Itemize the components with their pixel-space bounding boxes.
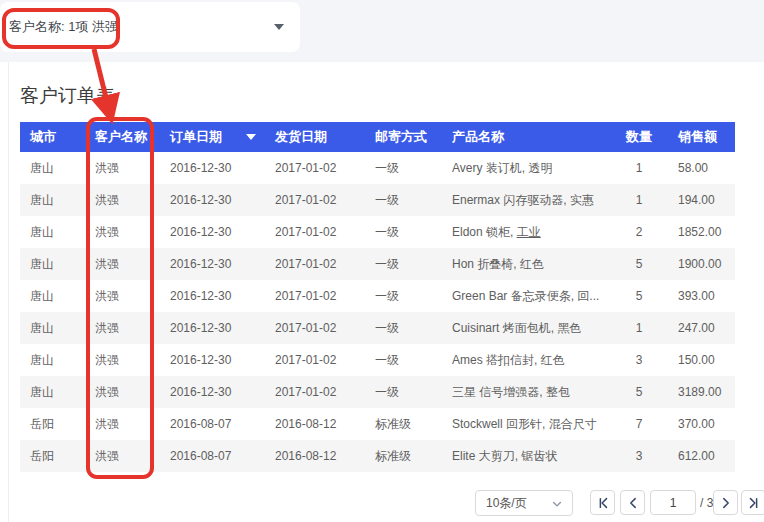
customer-filter-value: 客户名称: 1项 洪强 <box>9 18 118 36</box>
column-header-sales[interactable]: 销售额 <box>668 122 735 152</box>
page-size-select[interactable]: 10条/页 <box>475 490 573 516</box>
cell-order-date: 2016-08-07 <box>160 440 265 472</box>
cell-qty: 5 <box>610 376 668 408</box>
customer-filter-dropdown[interactable]: 客户名称: 1项 洪强 <box>0 2 300 52</box>
column-header-order-date-label: 订单日期 <box>170 122 222 152</box>
cell-sales: 1852.00 <box>668 216 735 248</box>
cell-city: 唐山 <box>20 152 85 184</box>
cell-city: 唐山 <box>20 344 85 376</box>
cell-city: 岳阳 <box>20 408 85 440</box>
cell-qty: 1 <box>610 312 668 344</box>
underlined-text: 工业 <box>517 225 541 239</box>
column-header-customer[interactable]: 客户名称 <box>85 122 160 152</box>
cell-product: Cuisinart 烤面包机, 黑色 <box>442 312 610 344</box>
cell-customer: 洪强 <box>85 280 160 312</box>
cell-customer: 洪强 <box>85 344 160 376</box>
table-row[interactable]: 唐山洪强2016-12-302017-01-02一级Enermax 闪存驱动器,… <box>20 184 735 216</box>
table-row[interactable]: 唐山洪强2016-12-302017-01-02一级Ames 搭扣信封, 红色3… <box>20 344 735 376</box>
cell-ship-date: 2017-01-02 <box>265 280 365 312</box>
chevron-right-icon <box>719 496 733 510</box>
cell-order-date: 2016-08-07 <box>160 408 265 440</box>
cell-ship-mode: 一级 <box>365 344 442 376</box>
cell-city: 唐山 <box>20 312 85 344</box>
cell-order-date: 2016-12-30 <box>160 184 265 216</box>
cell-product: Stockwell 回形针, 混合尺寸 <box>442 408 610 440</box>
cell-product: Ames 搭扣信封, 红色 <box>442 344 610 376</box>
first-page-icon <box>596 496 610 510</box>
cell-customer: 洪强 <box>85 376 160 408</box>
cell-customer: 洪强 <box>85 248 160 280</box>
cell-order-date: 2016-12-30 <box>160 248 265 280</box>
cell-ship-date: 2016-08-12 <box>265 408 365 440</box>
cell-ship-date: 2016-08-12 <box>265 440 365 472</box>
current-page-input[interactable] <box>650 490 696 515</box>
column-header-qty[interactable]: 数量 <box>610 122 668 152</box>
table-row[interactable]: 唐山洪强2016-12-302017-01-02一级Avery 装订机, 透明1… <box>20 152 735 184</box>
cell-sales: 393.00 <box>668 280 735 312</box>
column-header-ship-date[interactable]: 发货日期 <box>265 122 365 152</box>
cell-qty: 5 <box>610 280 668 312</box>
column-header-order-date[interactable]: 订单日期 <box>160 122 265 152</box>
cell-ship-date: 2017-01-02 <box>265 184 365 216</box>
cell-qty: 2 <box>610 216 668 248</box>
cell-product: Hon 折叠椅, 红色 <box>442 248 610 280</box>
table-row[interactable]: 唐山洪强2016-12-302017-01-02一级三星 信号增强器, 整包53… <box>20 376 735 408</box>
cell-order-date: 2016-12-30 <box>160 376 265 408</box>
last-page-button[interactable] <box>741 490 764 515</box>
cell-order-date: 2016-12-30 <box>160 344 265 376</box>
cell-ship-mode: 一级 <box>365 152 442 184</box>
cell-ship-mode: 一级 <box>365 184 442 216</box>
cell-city: 唐山 <box>20 184 85 216</box>
page-title: 客户订单表 <box>20 83 115 109</box>
next-page-button[interactable] <box>713 490 738 515</box>
sort-desc-icon[interactable] <box>246 134 256 140</box>
cell-ship-date: 2017-01-02 <box>265 152 365 184</box>
pagination-bar: 10条/页 / 3 <box>0 490 764 516</box>
chevron-down-icon <box>274 24 284 30</box>
cell-ship-mode: 一级 <box>365 312 442 344</box>
cell-ship-mode: 一级 <box>365 248 442 280</box>
cell-order-date: 2016-12-30 <box>160 312 265 344</box>
table-row[interactable]: 唐山洪强2016-12-302017-01-02一级Green Bar 备忘录便… <box>20 280 735 312</box>
cell-sales: 3189.00 <box>668 376 735 408</box>
table-row[interactable]: 岳阳洪强2016-08-072016-08-12标准级Stockwell 回形针… <box>20 408 735 440</box>
cell-order-date: 2016-12-30 <box>160 216 265 248</box>
cell-city: 唐山 <box>20 280 85 312</box>
cell-city: 唐山 <box>20 376 85 408</box>
cell-ship-mode: 一级 <box>365 216 442 248</box>
orders-table: 城市 客户名称 订单日期 发货日期 邮寄方式 产品名称 数量 销售额 唐山洪强2… <box>20 122 735 472</box>
cell-city: 唐山 <box>20 216 85 248</box>
cell-ship-mode: 一级 <box>365 376 442 408</box>
page-size-value: 10条/页 <box>486 495 527 512</box>
first-page-button[interactable] <box>590 490 615 515</box>
cell-order-date: 2016-12-30 <box>160 280 265 312</box>
cell-product: Avery 装订机, 透明 <box>442 152 610 184</box>
total-pages-label: / 3 <box>700 496 713 510</box>
column-header-ship-mode[interactable]: 邮寄方式 <box>365 122 442 152</box>
cell-ship-date: 2017-01-02 <box>265 376 365 408</box>
cell-customer: 洪强 <box>85 312 160 344</box>
table-row[interactable]: 唐山洪强2016-12-302017-01-02一级Eldon 锁柜, 工业21… <box>20 216 735 248</box>
table-header-row: 城市 客户名称 订单日期 发货日期 邮寄方式 产品名称 数量 销售额 <box>20 122 735 152</box>
table-row[interactable]: 唐山洪强2016-12-302017-01-02一级Cuisinart 烤面包机… <box>20 312 735 344</box>
cell-qty: 5 <box>610 248 668 280</box>
cell-customer: 洪强 <box>85 440 160 472</box>
cell-sales: 194.00 <box>668 184 735 216</box>
cell-sales: 58.00 <box>668 152 735 184</box>
cell-product: 三星 信号增强器, 整包 <box>442 376 610 408</box>
table-row[interactable]: 岳阳洪强2016-08-072016-08-12标准级Elite 大剪刀, 锯齿… <box>20 440 735 472</box>
last-page-icon <box>747 496 761 510</box>
column-header-city[interactable]: 城市 <box>20 122 85 152</box>
cell-product: Enermax 闪存驱动器, 实惠 <box>442 184 610 216</box>
cell-sales: 247.00 <box>668 312 735 344</box>
cell-ship-date: 2017-01-02 <box>265 344 365 376</box>
prev-page-button[interactable] <box>620 490 645 515</box>
cell-ship-date: 2017-01-02 <box>265 216 365 248</box>
cell-qty: 7 <box>610 408 668 440</box>
cell-ship-mode: 标准级 <box>365 440 442 472</box>
column-header-product[interactable]: 产品名称 <box>442 122 610 152</box>
cell-qty: 1 <box>610 152 668 184</box>
table-row[interactable]: 唐山洪强2016-12-302017-01-02一级Hon 折叠椅, 红色519… <box>20 248 735 280</box>
chevron-left-icon <box>626 496 640 510</box>
cell-ship-date: 2017-01-02 <box>265 312 365 344</box>
